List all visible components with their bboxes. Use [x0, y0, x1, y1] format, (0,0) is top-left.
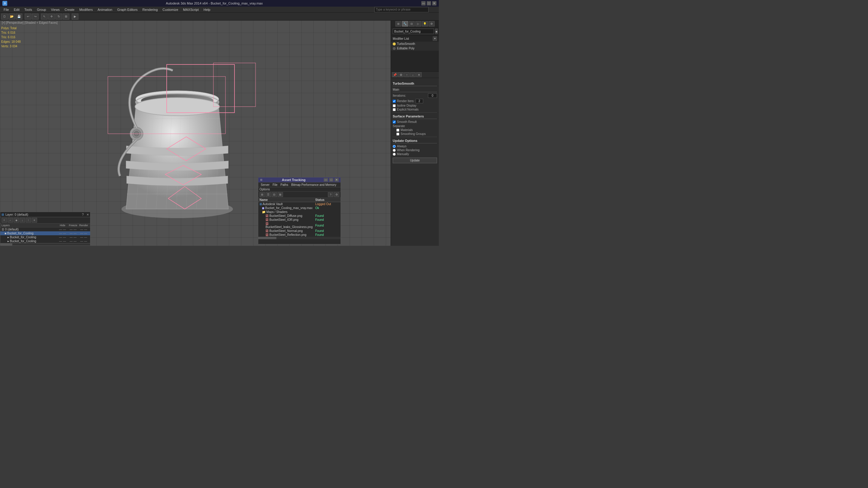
open-button[interactable]: 📂 — [8, 13, 15, 20]
pin-stack-btn[interactable]: 📌 — [392, 72, 398, 77]
asset-minimize-btn[interactable]: — — [324, 178, 328, 182]
asset-row-ior[interactable]: 🖼 BucketSteel_IOR.png Found — [258, 218, 341, 222]
modifier-turbosmooth[interactable]: TurboSmooth — [391, 41, 439, 46]
explicit-normals-check[interactable] — [393, 108, 396, 111]
menu-customize[interactable]: Customize — [160, 7, 181, 12]
asset-row-gloss[interactable]: 🖼 BucketSteel_leaks_Glossiness.png Found — [258, 222, 341, 229]
asset-row-maxfile[interactable]: ◼ Bucket_for_Cooling_max_vray.max Ok — [258, 206, 341, 210]
layer-sel-btn[interactable]: ◈ — [13, 218, 19, 223]
configure-btn[interactable]: ⚙ — [398, 72, 404, 77]
layer-row-0[interactable]: ☰ 0 (default) — — — — — — — [0, 227, 90, 231]
redo-button[interactable]: ↪ — [32, 13, 38, 20]
asset-menu-bitmap[interactable]: Bitmap Performance and Memory — [290, 183, 338, 187]
menu-group[interactable]: Group — [34, 7, 49, 12]
menu-edit[interactable]: Edit — [11, 7, 22, 12]
smooth-result-check[interactable] — [393, 121, 396, 124]
asset-menu-file[interactable]: File — [271, 183, 278, 187]
menu-modifiers[interactable]: Modifiers — [77, 7, 95, 12]
layer-row-bucket[interactable]: ■ Bucket_for_Cooling — — — — — — — [0, 231, 90, 235]
asset-close-btn[interactable]: ✕ — [335, 178, 339, 182]
panel-modify-tab[interactable]: 🔧 — [402, 21, 408, 27]
menu-maxscript[interactable]: MAXScript — [181, 7, 201, 12]
object-name-input[interactable] — [393, 29, 434, 34]
object-color-swatch[interactable]: ■ — [435, 29, 438, 34]
always-radio[interactable] — [393, 145, 396, 148]
move-up-btn[interactable]: ↑ — [404, 72, 410, 77]
save-button[interactable]: 💾 — [16, 13, 22, 20]
when-rendering-radio[interactable] — [393, 149, 396, 152]
menu-rendering[interactable]: Rendering — [140, 7, 160, 12]
asset-reflect-status: Found — [315, 233, 339, 236]
maximize-button[interactable]: □ — [427, 1, 431, 5]
iterations-input[interactable] — [428, 93, 437, 98]
layer-row-bucket2[interactable]: ▸ Bucket_for_Cooling — — — — — — — [0, 235, 90, 239]
asset-tool-4[interactable]: ⊠ — [278, 192, 283, 197]
always-row: Always — [393, 144, 437, 148]
asset-tool-2[interactable]: ☰ — [266, 192, 271, 197]
asset-menu-paths[interactable]: Paths — [279, 183, 290, 187]
asset-tool-3[interactable]: ⊟ — [272, 192, 277, 197]
layers-close-btn[interactable]: ✕ — [87, 213, 89, 216]
viewport[interactable]: [+] [Perspective] [Shaded + Edged Faces]… — [0, 21, 391, 246]
render-iters-check[interactable] — [393, 100, 396, 103]
layers-help-btn[interactable]: ? — [82, 213, 84, 216]
asset-row-normal[interactable]: 🖼 BucketSteel_Normal.png Found — [258, 229, 341, 233]
asset-maxfile-name: ◼ Bucket_for_Cooling_max_vray.max — [262, 206, 315, 210]
edges-stat: Edges: 18 048 — [1, 39, 21, 44]
modifier-list-dropdown[interactable]: ▼ — [433, 36, 437, 41]
asset-row-diffuse[interactable]: 🖼 BucketSteel_Diffuse.png Found — [258, 214, 341, 218]
surface-params-title: Surface Parameters — [393, 115, 437, 119]
update-button[interactable]: Update — [393, 158, 437, 163]
panel-motion-tab[interactable]: ▷ — [415, 21, 421, 27]
scale-button[interactable]: ⊞ — [63, 13, 69, 20]
layer-move-btn[interactable]: ↓ — [20, 218, 25, 223]
main-section-label: Main — [393, 88, 437, 92]
asset-menu-server[interactable]: Server — [259, 183, 271, 187]
modifier-editablepoly[interactable]: Editable Poly — [391, 46, 439, 51]
materials-check[interactable] — [396, 129, 399, 132]
undo-button[interactable]: ↩ — [25, 13, 31, 20]
menu-animation[interactable]: Animation — [95, 7, 115, 12]
menu-views[interactable]: Views — [49, 7, 62, 12]
minimize-button[interactable]: — — [421, 1, 426, 5]
asset-row-vault[interactable]: ⊞ Autodesk Vault Logged Out — [258, 202, 341, 206]
layer-row-bucket3[interactable]: ▸ Bucket_for_Cooling — — — — — — — [0, 239, 90, 243]
panel-hierarchy-tab[interactable]: ⊟ — [409, 21, 415, 27]
asset-menu-options[interactable]: Options — [258, 187, 341, 192]
layer-del-btn[interactable]: − — [7, 218, 13, 223]
menu-tools[interactable]: Tools — [22, 7, 35, 12]
menu-help[interactable]: Help — [201, 7, 213, 12]
render-iters-input[interactable] — [415, 99, 423, 103]
panel-utilities-tab[interactable]: ⚙ — [429, 21, 435, 27]
search-input[interactable] — [374, 7, 429, 12]
new-button[interactable]: 🗋 — [1, 13, 8, 20]
select-button[interactable]: ↖ — [41, 13, 48, 20]
close-button[interactable]: ✕ — [432, 1, 436, 5]
menu-create[interactable]: Create — [62, 7, 77, 12]
panel-display-tab[interactable]: 💡 — [422, 21, 428, 27]
asset-row-reflect[interactable]: 🖼 BucketSteel_Reflection.png Found — [258, 233, 341, 237]
asset-row-maps[interactable]: 📁 Maps / Shaders — [258, 210, 341, 214]
layer-moveup-btn[interactable]: ↑ — [26, 218, 31, 223]
panel-create-tab[interactable]: ⊞ — [396, 21, 401, 27]
asset-scrollbar-track — [258, 237, 341, 239]
move-down-btn[interactable]: ↓ — [410, 72, 415, 77]
layers-scrollbar[interactable] — [0, 243, 90, 246]
asset-scrollbar[interactable] — [258, 237, 341, 239]
asset-tool-1[interactable]: ⊞ — [259, 192, 265, 197]
layer-props-btn[interactable]: ≡ — [32, 218, 37, 223]
remove-modifier-btn[interactable]: ✕ — [416, 72, 422, 77]
asset-maximize-btn[interactable]: □ — [329, 178, 333, 182]
move-button[interactable]: ✛ — [48, 13, 55, 20]
smoothing-groups-check[interactable] — [396, 133, 399, 135]
menu-file[interactable]: File — [1, 7, 11, 12]
asset-tool-help[interactable]: ? — [328, 192, 333, 197]
rotate-button[interactable]: ↻ — [56, 13, 62, 20]
layer-add-btn[interactable]: + — [1, 218, 7, 223]
manually-radio[interactable] — [393, 153, 396, 156]
render-button[interactable]: ▶ — [72, 13, 79, 20]
menu-graph-editors[interactable]: Graph Editors — [115, 7, 140, 12]
asset-tool-settings[interactable]: ⚙ — [334, 192, 339, 197]
layers-panel-controls: ? ✕ — [82, 213, 89, 216]
isoline-check[interactable] — [393, 104, 396, 107]
